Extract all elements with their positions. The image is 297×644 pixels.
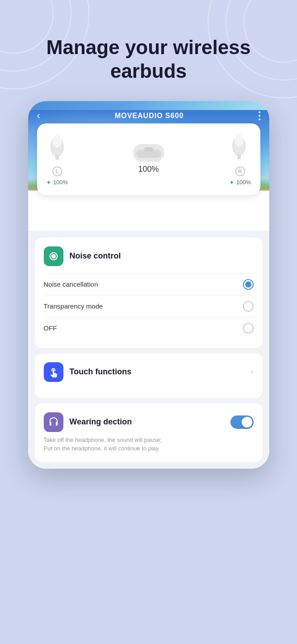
battery-card: L ✦ 100% 100%: [37, 123, 260, 195]
noise-cancellation-option[interactable]: Noise cancellation: [44, 273, 254, 295]
wearing-detection-info: Wearing dection: [70, 417, 217, 427]
svg-rect-4: [144, 147, 153, 152]
toggle-thumb: [242, 417, 252, 428]
case-info: 100%: [133, 144, 164, 174]
headline-line1: Manage your wireless: [46, 36, 251, 58]
wearing-detection-card: Wearing dection Take off the headphone, …: [35, 403, 263, 462]
off-label: OFF: [44, 324, 57, 332]
more-button[interactable]: [259, 111, 260, 120]
touch-functions-icon: [44, 362, 63, 382]
wearing-detection-toggle[interactable]: [230, 415, 254, 429]
wearing-detection-description: Take off the headphone, the sound will p…: [44, 436, 254, 453]
noise-control-title: Noise control: [70, 251, 121, 261]
phone-mockup: ‹ MOVEAUDIO S600: [28, 101, 269, 469]
transparency-mode-label: Transparency mode: [44, 302, 103, 310]
left-earbud-item: L ✦ 100%: [46, 132, 68, 186]
transparency-mode-option[interactable]: Transparency mode: [44, 295, 254, 317]
off-option[interactable]: OFF: [44, 317, 254, 339]
noise-control-card: Noise control Noise cancellation Transpa…: [35, 237, 263, 348]
left-earbud-label: L: [52, 166, 62, 176]
touch-functions-header: Touch functions ›: [44, 362, 254, 382]
description-line2: Put on the headphone, it will continue t…: [44, 445, 160, 452]
back-button[interactable]: ‹: [37, 110, 40, 122]
touch-functions-card[interactable]: Touch functions ›: [35, 353, 263, 398]
case-battery-pct: 100%: [138, 165, 159, 174]
noise-cancellation-radio[interactable]: [243, 279, 254, 290]
right-battery-pct: ✦ 100%: [229, 179, 251, 186]
app-header: ‹ MOVEAUDIO S600: [28, 101, 269, 191]
noise-control-header: Noise control: [44, 246, 254, 266]
description-line1: Take off the headphone, the sound will p…: [44, 436, 162, 443]
svg-rect-7: [237, 154, 241, 159]
svg-point-1: [53, 135, 62, 148]
noise-cancellation-label: Noise cancellation: [44, 280, 98, 288]
right-earbud-item: R ✦ 100%: [229, 132, 251, 186]
device-name: MOVEAUDIO S600: [115, 112, 184, 120]
noise-control-icon: [44, 246, 63, 266]
left-earbud-icon: [46, 132, 68, 164]
svg-rect-2: [55, 155, 59, 160]
right-earbud-icon: [229, 132, 251, 164]
more-dot: [259, 111, 260, 113]
radio-inner: [245, 281, 251, 288]
touch-functions-arrow: ›: [251, 367, 254, 377]
off-radio[interactable]: [243, 323, 254, 334]
right-earbud-label: R: [235, 166, 245, 176]
case-icon: [133, 144, 164, 162]
page-headline: Manage your wireless earbuds: [29, 36, 268, 83]
headline-line2: earbuds: [110, 60, 187, 82]
more-dot: [259, 119, 260, 120]
svg-point-6: [234, 134, 243, 147]
bluetooth-icon-left: ✦: [46, 179, 51, 186]
wearing-detection-header: Wearing dection: [44, 412, 254, 432]
bluetooth-icon-right: ✦: [229, 179, 234, 186]
battery-content: L ✦ 100% 100%: [46, 132, 251, 186]
touch-functions-title: Touch functions: [70, 367, 132, 377]
wearing-detection-icon: [44, 412, 63, 432]
wearing-detection-title: Wearing dection: [70, 417, 217, 427]
app-content: Noise control Noise cancellation Transpa…: [28, 231, 269, 469]
left-battery-pct: ✦ 100%: [46, 179, 68, 186]
more-dot: [259, 115, 260, 117]
transparency-mode-radio[interactable]: [243, 301, 254, 312]
header-nav: ‹ MOVEAUDIO S600: [28, 110, 269, 122]
